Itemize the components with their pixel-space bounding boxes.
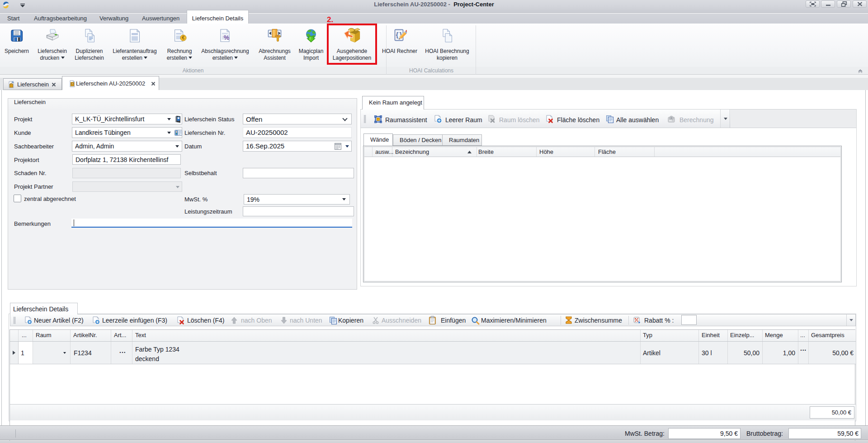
svg-text:€: € bbox=[182, 35, 185, 40]
svg-text:%: % bbox=[224, 34, 230, 41]
svg-text:{: { bbox=[396, 31, 399, 38]
